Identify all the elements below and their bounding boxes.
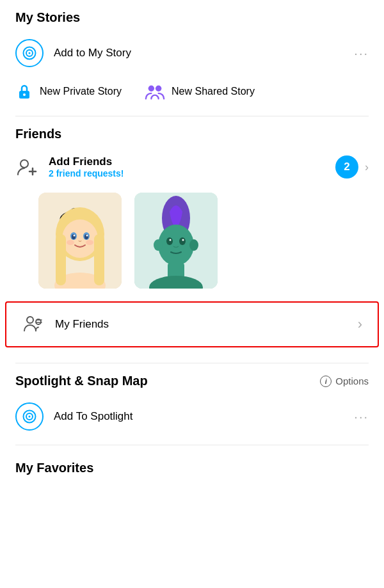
svg-point-6 bbox=[156, 86, 161, 91]
add-to-my-story-label: Add to My Story bbox=[54, 47, 131, 60]
svg-point-21 bbox=[86, 235, 88, 237]
story-options-row: New Private Story New Shared Story bbox=[0, 76, 384, 111]
avatar-teal bbox=[134, 193, 218, 289]
svg-point-4 bbox=[23, 93, 26, 96]
spotlight-left: Add To Spotlight bbox=[15, 402, 133, 431]
options-button[interactable]: i Options bbox=[320, 376, 369, 387]
my-friends-row[interactable]: My Friends › bbox=[5, 301, 379, 347]
spotlight-snap-map-title: Spotlight & Snap Map bbox=[15, 374, 148, 388]
svg-point-22 bbox=[67, 240, 74, 245]
svg-point-29 bbox=[158, 225, 194, 266]
svg-point-2 bbox=[29, 52, 31, 54]
add-friends-right: 2 › bbox=[335, 155, 369, 179]
add-friends-title: Add Friends bbox=[49, 155, 124, 168]
friend-requests-label: 2 friend requests! bbox=[49, 168, 124, 179]
chevron-right-icon: › bbox=[365, 161, 369, 174]
new-shared-story-option[interactable]: New Shared Story bbox=[145, 83, 255, 100]
dots-menu-icon[interactable]: ··· bbox=[354, 46, 369, 61]
spotlight-header-row: Spotlight & Snap Map i Options bbox=[0, 363, 384, 393]
svg-point-30 bbox=[154, 239, 163, 251]
new-private-story-option[interactable]: New Private Story bbox=[15, 83, 122, 100]
svg-point-7 bbox=[20, 160, 28, 168]
add-friends-left: Add Friends 2 friend requests! bbox=[15, 155, 124, 179]
add-to-spotlight-label: Add To Spotlight bbox=[54, 410, 133, 423]
camera-icon bbox=[15, 39, 44, 67]
friends-list-icon bbox=[22, 313, 45, 336]
friend-requests-badge: 2 bbox=[335, 155, 358, 179]
add-to-my-story-row[interactable]: Add to My Story ··· bbox=[0, 30, 384, 76]
my-friends-label: My Friends bbox=[55, 318, 109, 331]
svg-point-38 bbox=[27, 317, 33, 323]
my-favorites-title: My Favorites bbox=[0, 450, 384, 481]
svg-point-23 bbox=[86, 240, 93, 245]
svg-point-5 bbox=[148, 86, 154, 91]
my-friends-chevron: › bbox=[358, 316, 362, 333]
svg-point-31 bbox=[189, 239, 198, 251]
friends-title: Friends bbox=[0, 116, 384, 147]
person-add-icon bbox=[15, 155, 38, 179]
add-to-spotlight-row[interactable]: Add To Spotlight ··· bbox=[0, 393, 384, 440]
my-stories-title: My Stories bbox=[0, 0, 384, 30]
add-story-left: Add to My Story bbox=[15, 39, 131, 67]
add-friends-row[interactable]: Add Friends 2 friend requests! 2 › bbox=[0, 147, 384, 187]
svg-point-32 bbox=[166, 237, 173, 245]
my-stories-section: My Stories Add to My Story ··· bbox=[0, 0, 384, 116]
svg-point-44 bbox=[29, 416, 31, 418]
spotlight-camera-icon bbox=[15, 402, 44, 431]
svg-point-33 bbox=[179, 237, 186, 245]
svg-point-34 bbox=[170, 239, 172, 241]
options-label: Options bbox=[335, 376, 369, 386]
group-icon bbox=[145, 83, 165, 100]
spotlight-section: Spotlight & Snap Map i Options Add To Sp… bbox=[0, 363, 384, 445]
avatar-blonde bbox=[38, 193, 122, 289]
svg-rect-26 bbox=[94, 234, 104, 285]
avatars-row bbox=[0, 187, 384, 299]
spotlight-dots-menu[interactable]: ··· bbox=[354, 409, 369, 424]
svg-point-20 bbox=[74, 235, 76, 237]
new-shared-story-label: New Shared Story bbox=[172, 86, 255, 97]
svg-point-15 bbox=[62, 219, 98, 258]
lock-icon bbox=[15, 83, 33, 100]
my-friends-left: My Friends bbox=[22, 313, 109, 336]
new-private-story-label: New Private Story bbox=[40, 86, 122, 97]
my-favorites-section: My Favorites bbox=[0, 445, 384, 486]
add-friends-info: Add Friends 2 friend requests! bbox=[49, 155, 124, 179]
svg-rect-25 bbox=[56, 234, 66, 285]
info-icon: i bbox=[320, 376, 332, 387]
svg-point-35 bbox=[182, 239, 184, 241]
friends-section: Friends Add Friends 2 friend requests! 2… bbox=[0, 116, 384, 355]
